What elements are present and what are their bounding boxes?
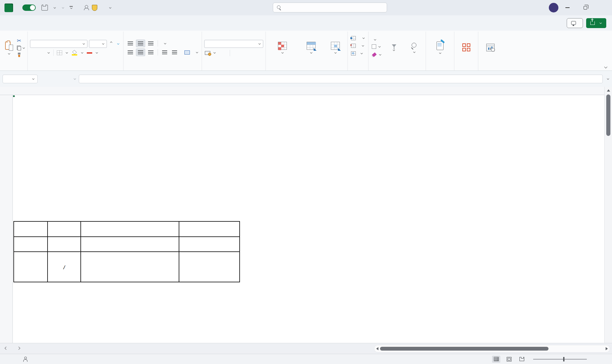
share-button[interactable] [586, 18, 606, 28]
formula-input[interactable] [79, 75, 603, 83]
percent-style-button[interactable] [219, 52, 221, 54]
name-box[interactable] [3, 75, 38, 83]
sort-filter-button[interactable] [385, 34, 403, 62]
scroll-left-icon[interactable] [376, 347, 378, 350]
cell-unit-m-s2[interactable]: / [48, 252, 81, 282]
font-size-select[interactable] [89, 40, 107, 48]
decrease-indent-button[interactable] [160, 48, 169, 56]
collapse-ribbon-icon[interactable] [604, 65, 608, 69]
excel-logo-icon[interactable] [4, 4, 13, 12]
expand-formula-bar-icon[interactable] [607, 77, 609, 79]
normal-view-button[interactable] [492, 356, 500, 363]
format-as-table-button[interactable] [299, 34, 323, 62]
align-middle-button[interactable] [136, 40, 145, 47]
scroll-right-icon[interactable] [606, 347, 608, 350]
autosum-button[interactable] [371, 38, 383, 41]
cell-styles-button[interactable] [325, 34, 345, 62]
vertical-scrollbar[interactable] [604, 87, 612, 343]
avatar[interactable] [549, 3, 558, 12]
header-name[interactable] [14, 221, 48, 237]
comments-button[interactable] [567, 18, 583, 28]
header-description[interactable] [81, 221, 179, 237]
horizontal-scroll-thumb[interactable] [380, 347, 549, 351]
cell-value-981[interactable] [179, 252, 240, 282]
fill-handle[interactable] [13, 95, 15, 97]
underline-button[interactable] [41, 52, 44, 53]
enter-icon[interactable] [53, 75, 61, 83]
restore-button[interactable] [576, 0, 594, 15]
addins-button[interactable] [457, 34, 476, 62]
autosave-control[interactable] [20, 4, 36, 11]
cell-desc-vehicle-mass[interactable] [81, 237, 179, 252]
insert-cells-icon [351, 36, 356, 40]
increase-indent-button[interactable] [170, 48, 179, 56]
delete-cells-button[interactable] [350, 43, 366, 48]
horizontal-scrollbar[interactable] [374, 345, 610, 353]
scroll-up-icon[interactable] [607, 89, 610, 92]
cell-unit-kg[interactable] [48, 237, 81, 252]
selected-cell[interactable] [13, 95, 14, 96]
copy-button[interactable] [17, 46, 25, 50]
save-icon[interactable] [41, 5, 48, 11]
align-top-button[interactable] [126, 40, 135, 47]
comma-style-button[interactable] [224, 52, 227, 54]
decrease-font-button[interactable] [116, 42, 121, 46]
borders-button[interactable] [57, 50, 62, 55]
merge-center-button[interactable] [183, 50, 199, 55]
cell-value-5[interactable] [179, 237, 240, 252]
paste-button[interactable] [4, 34, 15, 62]
analyze-data-button[interactable] [481, 34, 500, 62]
orientation-button[interactable] [160, 43, 163, 44]
number-format-select[interactable] [204, 40, 263, 48]
fill-color-button[interactable] [71, 50, 78, 56]
sensitivity-button[interactable] [428, 34, 452, 62]
cell-area[interactable]: / [13, 95, 604, 343]
align-right-button[interactable] [146, 48, 155, 56]
cell-name-g[interactable] [14, 252, 48, 282]
vertical-scroll-thumb[interactable] [606, 94, 610, 136]
autosave-toggle[interactable] [22, 4, 36, 11]
header-value[interactable] [179, 221, 240, 237]
chevron-down-icon[interactable] [109, 6, 111, 8]
format-painter-button[interactable] [17, 53, 21, 57]
cancel-icon[interactable] [43, 75, 51, 83]
person-add-icon[interactable] [84, 5, 89, 10]
bold-button[interactable] [30, 52, 33, 53]
conditional-formatting-button[interactable] [268, 34, 297, 62]
font-color-button[interactable] [87, 52, 92, 54]
header-unit[interactable] [48, 221, 81, 237]
accessibility-status[interactable] [23, 357, 30, 362]
next-sheet-button[interactable] [12, 347, 25, 350]
insert-function-button[interactable] [63, 75, 71, 83]
increase-font-button[interactable] [108, 41, 114, 47]
cell-name-m[interactable] [14, 237, 48, 252]
font-name-select[interactable] [30, 40, 87, 48]
previous-sheet-button[interactable] [0, 347, 12, 350]
page-layout-view-button[interactable] [505, 356, 513, 363]
minimize-button[interactable] [558, 0, 576, 15]
cell-desc-gravitational[interactable] [81, 252, 179, 282]
fill-button[interactable] [371, 44, 383, 49]
zoom-slider-thumb[interactable] [563, 357, 564, 361]
quick-access-overflow-icon[interactable] [70, 6, 73, 9]
close-button[interactable] [594, 0, 612, 15]
find-select-button[interactable] [405, 34, 423, 62]
undo-button[interactable] [53, 7, 56, 9]
italic-button[interactable] [36, 52, 38, 53]
wrap-text-button[interactable] [173, 43, 177, 44]
cut-button[interactable]: ✂ [17, 38, 25, 43]
search-input[interactable] [273, 3, 387, 12]
formula-bar [0, 71, 612, 87]
accounting-format-button[interactable] [205, 51, 210, 55]
align-left-button[interactable] [126, 48, 135, 56]
align-bottom-button[interactable] [146, 40, 155, 47]
format-cells-button[interactable] [350, 51, 366, 56]
redo-button[interactable] [61, 7, 64, 9]
insert-cells-button[interactable] [350, 35, 366, 41]
chevron-down-icon[interactable] [74, 77, 76, 79]
parameters-table[interactable]: / [13, 221, 240, 282]
zoom-slider[interactable] [533, 359, 587, 360]
align-center-button[interactable] [136, 48, 145, 56]
clear-button[interactable] [371, 52, 383, 58]
page-break-view-button[interactable] [518, 356, 526, 363]
